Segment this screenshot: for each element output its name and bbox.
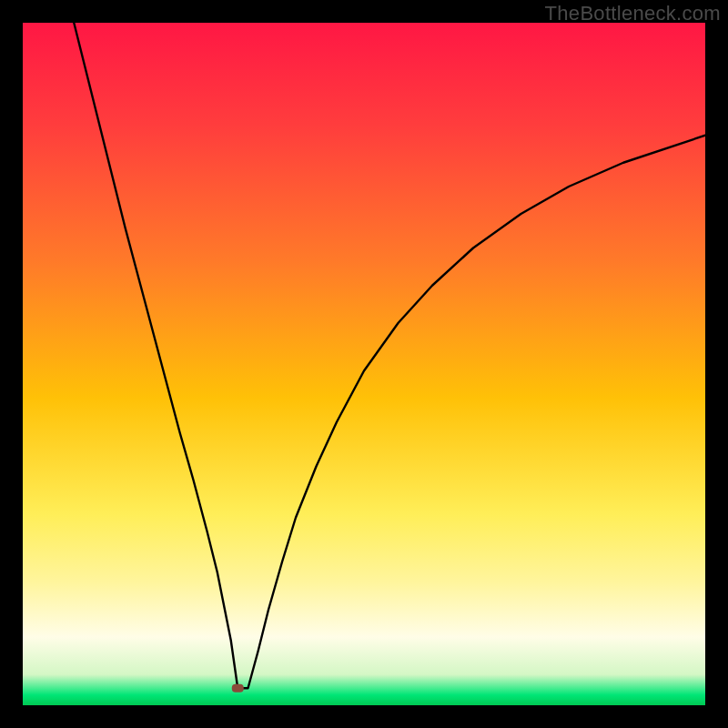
chart-stage: TheBottleneck.com — [0, 0, 728, 728]
marker-dot — [232, 684, 244, 693]
chart-svg — [23, 23, 705, 705]
plot-area — [23, 23, 705, 705]
gradient-background — [23, 23, 705, 705]
